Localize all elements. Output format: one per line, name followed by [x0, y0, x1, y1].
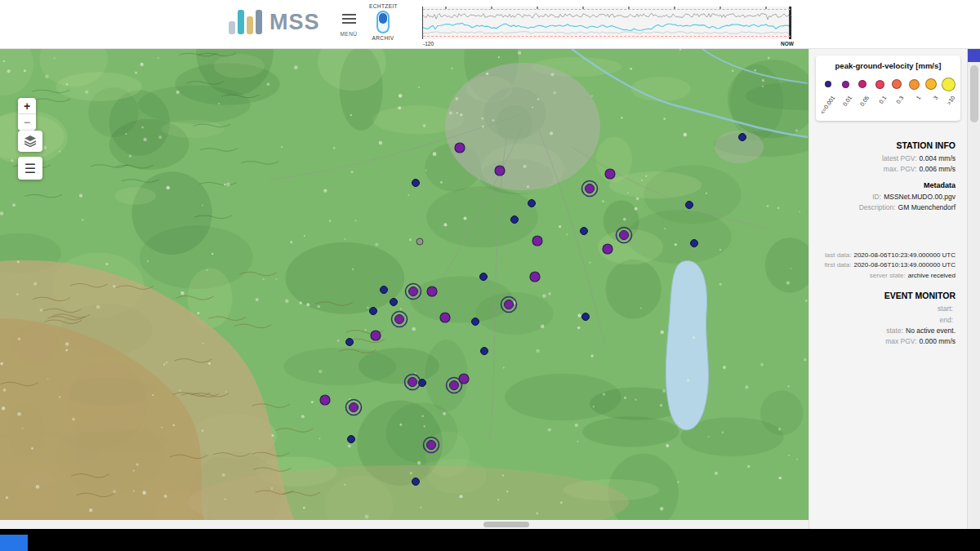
legend-bin-label: >10 [946, 95, 956, 106]
legend-bin: 0.3 [889, 77, 906, 118]
info-row: ID:MSSNet.MUDO.00.pgv [809, 192, 956, 202]
legend-dot-icon [892, 79, 902, 89]
hamburger-icon [342, 11, 356, 26]
station-marker[interactable] [370, 308, 377, 315]
app-logo[interactable]: MSS [229, 10, 320, 34]
station-marker[interactable] [346, 339, 354, 346]
station-info-panel: STATION INFO latest PGV:0.004 mm/smax. P… [809, 139, 967, 213]
legend-bin: 0.05 [854, 77, 871, 118]
station-marker[interactable] [530, 272, 540, 282]
sidebar: peak-ground-velocity [mm/s] <=0.0010.010… [808, 49, 967, 529]
bottom-bar [0, 529, 980, 551]
lake [666, 261, 708, 430]
station-marker[interactable] [472, 318, 479, 326]
legend-title: peak-ground-velocity [mm/s] [819, 61, 957, 70]
station-marker[interactable] [440, 313, 450, 322]
station-marker[interactable] [416, 238, 423, 245]
legend-bins: <=0.0010.010.050.10.313>10 [819, 77, 957, 118]
toggle-switch-icon[interactable] [376, 11, 390, 33]
vertical-scrollbar[interactable] [967, 49, 980, 529]
info-row: server state:archive received [809, 271, 956, 281]
info-row: start: [809, 304, 956, 314]
info-row: state:No active event. [809, 326, 956, 336]
station-marker[interactable] [348, 436, 355, 443]
legend-bin-label: 1 [915, 95, 921, 100]
zoom-control: + − [18, 98, 36, 131]
toggle-knob-icon [379, 13, 387, 24]
threshold-line [423, 36, 791, 37]
station-info-heading: STATION INFO [809, 139, 956, 152]
legend-bin-label: 0.01 [842, 95, 853, 107]
station-marker[interactable] [455, 143, 465, 153]
app-header: MSS MENÜ ECHTZEIT ARCHIV -120 NOW [0, 0, 980, 49]
station-list-button[interactable]: ☰ [18, 157, 42, 180]
station-marker[interactable] [480, 273, 488, 281]
station-marker[interactable] [603, 244, 612, 254]
event-monitor-panel: EVENT MONITOR start:end:state:No active … [809, 289, 967, 347]
list-icon: ☰ [24, 161, 36, 176]
station-marker[interactable] [581, 228, 588, 235]
legend-bin-label: 0.1 [878, 95, 887, 104]
info-row: max PGV:0.000 mm/s [809, 336, 956, 347]
zoom-out-button[interactable]: − [18, 114, 36, 131]
legend-bin-label: <=0.001 [819, 95, 835, 115]
logo-bar-icon [256, 10, 262, 34]
station-marker[interactable] [511, 216, 519, 224]
station-marker[interactable] [427, 287, 437, 296]
station-marker[interactable] [459, 374, 469, 384]
legend-dot-icon [842, 81, 849, 88]
timeline-now-label: NOW [781, 41, 794, 47]
legend-bin: 1 [906, 77, 923, 118]
legend-bin-label: 0.05 [859, 95, 871, 107]
station-marker[interactable] [381, 287, 388, 294]
legend-dot-icon [875, 80, 884, 89]
event-monitor-heading: EVENT MONITOR [809, 289, 956, 302]
legend-bin-label: 0.3 [895, 95, 904, 104]
logo-text: MSS [270, 10, 320, 34]
station-marker[interactable] [320, 395, 330, 405]
layers-button[interactable] [18, 131, 42, 152]
legend-dot-icon [909, 79, 920, 90]
station-marker[interactable] [371, 331, 381, 340]
station-marker[interactable] [582, 313, 590, 321]
station-marker[interactable] [605, 169, 615, 179]
legend-bin: <=0.001 [820, 77, 837, 118]
station-marker[interactable] [739, 134, 746, 141]
zoom-in-button[interactable]: + [18, 98, 36, 114]
station-marker[interactable] [686, 202, 693, 209]
station-marker[interactable] [419, 380, 426, 387]
legend-dot-icon [858, 80, 866, 88]
logo-bar-icon [238, 10, 244, 34]
info-row: first data:2020-08-06T10:13:49.000000 UT… [809, 260, 956, 270]
info-row: max. PGV:0.006 mm/s [809, 164, 956, 175]
station-marker[interactable] [528, 200, 536, 207]
seismogram-timeline[interactable]: -120 NOW [422, 7, 791, 39]
logo-bar-icon [229, 21, 235, 34]
legend-bin: 0.01 [837, 77, 854, 118]
station-marker[interactable] [412, 180, 420, 187]
station-marker[interactable] [691, 240, 698, 247]
scrollbar-top-button[interactable] [968, 49, 980, 62]
scrollbar-thumb[interactable] [483, 522, 529, 527]
scrollbar-thumb[interactable] [970, 65, 978, 122]
logo-bar-icon [247, 16, 253, 34]
threshold-line [423, 9, 791, 10]
map[interactable]: + − ☰ [0, 49, 808, 520]
legend-dot-icon [825, 81, 831, 87]
station-marker[interactable] [481, 348, 488, 355]
pgv-legend: peak-ground-velocity [mm/s] <=0.0010.010… [816, 56, 960, 121]
horizontal-scrollbar[interactable] [0, 520, 808, 529]
taskbar-chip[interactable] [0, 535, 28, 551]
menu-button[interactable]: MENÜ [336, 11, 361, 37]
station-marker[interactable] [532, 236, 542, 246]
station-marker[interactable] [390, 299, 398, 306]
seismogram-plot [423, 7, 792, 39]
layers-icon [23, 135, 38, 148]
station-marker[interactable] [495, 166, 505, 176]
station-marker[interactable] [412, 478, 420, 486]
terrain-map[interactable] [0, 49, 808, 520]
realtime-archive-toggle[interactable]: ECHTZEIT ARCHIV [369, 3, 397, 41]
legend-bin: 3 [923, 77, 940, 118]
info-row: latest PGV:0.004 mm/s [809, 153, 956, 164]
menu-label: MENÜ [336, 31, 361, 37]
